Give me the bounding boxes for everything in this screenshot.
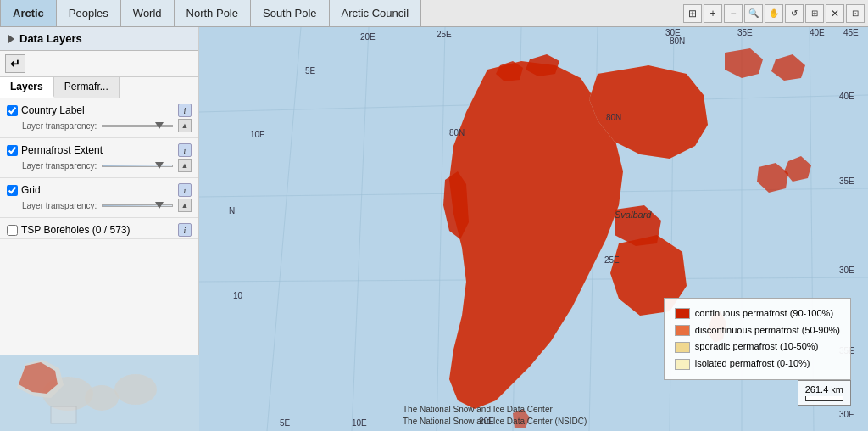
top-navigation: Arctic Peoples World North Pole South Po… xyxy=(0,0,868,27)
zoom-in-button[interactable]: + xyxy=(704,4,722,23)
svg-text:30E: 30E xyxy=(839,410,854,419)
country-label-transparency-label: Layer transparency: xyxy=(22,121,97,131)
pan-button[interactable]: ✋ xyxy=(765,4,783,23)
add-layer-button[interactable]: ↵ xyxy=(5,54,25,73)
discontinuous-swatch xyxy=(675,325,690,336)
data-layers-header: Data Layers xyxy=(0,27,198,51)
layer-tsp-boreholes: TSP Boreholes (0 / 573) i xyxy=(0,218,198,239)
maximize-button[interactable]: ⊡ xyxy=(846,4,865,23)
tsp-boreholes-info[interactable]: i xyxy=(178,223,192,237)
country-label-slider[interactable] xyxy=(102,125,173,127)
continuous-swatch xyxy=(675,308,690,319)
permafrost-name: Permafrost Extent xyxy=(21,144,175,156)
svg-text:Svalbard: Svalbard xyxy=(615,210,652,220)
scale-label: 261.4 km xyxy=(805,384,843,395)
isolated-swatch xyxy=(675,359,690,370)
layer-permafrost: Permafrost Extent i Layer transparency: … xyxy=(0,138,198,178)
svg-text:80N: 80N xyxy=(606,113,621,122)
zoom-box-button[interactable]: 🔍 xyxy=(744,4,763,23)
grid-transparency-label: Layer transparency: xyxy=(22,201,97,210)
isolated-label: isolated permafrost (0-10%) xyxy=(695,355,810,372)
svg-text:80N: 80N xyxy=(449,128,465,137)
map-toolbar: ⊞ + − 🔍 ✋ ↺ ⊞ ✕ ⊡ xyxy=(680,0,868,26)
map-attribution: The National Snow and Ice Data Center Th… xyxy=(403,404,587,428)
svg-text:20E: 20E xyxy=(360,32,376,42)
permafrost-info[interactable]: i xyxy=(178,143,192,157)
tab-south-pole[interactable]: South Pole xyxy=(251,0,330,26)
tab-arctic-council[interactable]: Arctic Council xyxy=(330,0,421,26)
svg-point-3 xyxy=(114,374,157,405)
svg-text:N: N xyxy=(229,206,235,216)
tab-world[interactable]: World xyxy=(121,0,175,26)
data-layers-title: Data Layers xyxy=(19,32,82,45)
svg-rect-4 xyxy=(51,406,76,423)
tsp-boreholes-checkbox[interactable] xyxy=(7,225,18,236)
permafrost-up[interactable]: ▲ xyxy=(178,159,192,172)
svg-text:45E: 45E xyxy=(843,28,859,37)
continuous-label: continuous permafrost (90-100%) xyxy=(695,305,833,322)
minimap xyxy=(0,355,199,431)
svg-text:40E: 40E xyxy=(839,92,854,101)
sporadic-label: sporadic permafrost (10-50%) xyxy=(695,339,819,355)
svg-text:5E: 5E xyxy=(280,418,291,428)
tab-layers[interactable]: Layers xyxy=(0,77,54,98)
refresh-button[interactable]: ↺ xyxy=(785,4,804,23)
grid-up[interactable]: ▲ xyxy=(178,199,192,212)
svg-point-2 xyxy=(85,385,119,411)
attribution-line2: The National Snow and Ice Data Center (N… xyxy=(403,416,587,428)
layers-list: Country Label i Layer transparency: ▲ Pe… xyxy=(0,98,198,355)
svg-text:35E: 35E xyxy=(737,28,753,37)
grid-button[interactable]: ⊞ xyxy=(805,4,824,23)
svg-text:5E: 5E xyxy=(305,66,316,76)
expand-icon xyxy=(8,35,14,43)
svg-text:10: 10 xyxy=(233,291,243,300)
zoom-out-button[interactable]: − xyxy=(724,4,743,23)
svg-text:30E: 30E xyxy=(839,266,854,275)
minimap-svg xyxy=(0,355,199,431)
permafrost-slider[interactable] xyxy=(102,165,173,167)
close-button[interactable]: ✕ xyxy=(826,4,844,23)
sporadic-swatch xyxy=(675,342,690,353)
layer-tabs: Layers Permafr... xyxy=(0,77,198,98)
country-label-info[interactable]: i xyxy=(178,104,192,117)
svg-text:80N: 80N xyxy=(670,36,685,46)
tab-peoples[interactable]: Peoples xyxy=(57,0,121,26)
grid-slider[interactable] xyxy=(102,204,173,207)
scale-line xyxy=(805,396,843,401)
discontinuous-label: discontinuous permafrost (50-90%) xyxy=(695,322,840,339)
grid-name: Grid xyxy=(21,184,175,196)
country-label-up[interactable]: ▲ xyxy=(178,119,192,132)
svg-text:25E: 25E xyxy=(437,30,452,39)
svg-text:40E: 40E xyxy=(810,28,825,37)
tab-north-pole[interactable]: North Pole xyxy=(175,0,251,26)
attribution-line1: The National Snow and Ice Data Center xyxy=(403,404,587,416)
legend-item-discontinuous: discontinuous permafrost (50-90%) xyxy=(675,322,840,339)
tab-permafrost[interactable]: Permafr... xyxy=(54,77,120,98)
grid-checkbox[interactable] xyxy=(7,185,18,196)
map-area[interactable]: 20E 25E 30E 35E 40E 45E 80N 40E 35E 30E … xyxy=(199,27,868,431)
country-label-checkbox[interactable] xyxy=(7,105,18,116)
sidebar-tools: ↵ xyxy=(0,51,198,77)
full-extent-button[interactable]: ⊞ xyxy=(683,4,702,23)
map-legend: continuous permafrost (90-100%) disconti… xyxy=(664,298,851,380)
main-content: Data Layers ↵ Layers Permafr... Country … xyxy=(0,27,868,431)
tab-arctic[interactable]: Arctic xyxy=(0,0,57,26)
permafrost-checkbox[interactable] xyxy=(7,145,18,156)
legend-item-isolated: isolated permafrost (0-10%) xyxy=(675,355,840,372)
legend-item-continuous: continuous permafrost (90-100%) xyxy=(675,305,840,322)
svg-text:10E: 10E xyxy=(352,418,367,428)
permafrost-transparency-label: Layer transparency: xyxy=(22,161,97,171)
svg-text:25E: 25E xyxy=(604,255,620,265)
svg-text:10E: 10E xyxy=(250,130,265,139)
country-label-name: Country Label xyxy=(21,104,175,116)
svg-text:35E: 35E xyxy=(839,176,854,186)
sidebar-panel: Data Layers ↵ Layers Permafr... Country … xyxy=(0,27,199,431)
legend-item-sporadic: sporadic permafrost (10-50%) xyxy=(675,339,840,355)
grid-info[interactable]: i xyxy=(178,183,192,197)
tsp-boreholes-name: TSP Boreholes (0 / 573) xyxy=(21,224,175,236)
scale-bar: 261.4 km xyxy=(798,380,851,406)
layer-country-label: Country Label i Layer transparency: ▲ xyxy=(0,98,198,138)
layer-grid: Grid i Layer transparency: ▲ xyxy=(0,178,198,218)
